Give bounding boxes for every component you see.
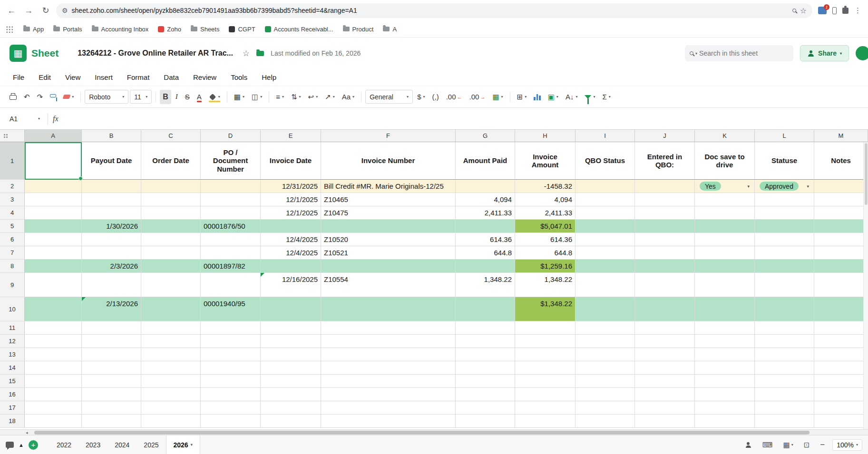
column-header-K[interactable]: K (695, 130, 755, 142)
cell-L1[interactable]: Statuse (755, 142, 814, 180)
add-sheet-button[interactable]: + (29, 440, 38, 450)
bookmark-star-icon[interactable]: ☆ (800, 6, 807, 15)
cell-I16[interactable] (575, 388, 635, 401)
cell-B14[interactable] (82, 361, 141, 374)
zoom-out-icon[interactable]: − (817, 440, 828, 450)
cell-L5[interactable] (755, 220, 814, 232)
row-header-12[interactable]: 12 (0, 335, 25, 348)
fill-color-button[interactable]: ▾ (206, 90, 223, 104)
cell-B6[interactable] (82, 233, 141, 246)
cell-G8[interactable] (456, 260, 515, 272)
cell-K6[interactable] (695, 233, 755, 246)
cell-B16[interactable] (82, 388, 141, 401)
extension-icon[interactable]: 1 (818, 7, 827, 14)
cell-M9[interactable] (814, 273, 868, 297)
cell-D9[interactable] (201, 273, 261, 297)
cell-C11[interactable] (141, 321, 201, 334)
cell-C2[interactable] (141, 180, 201, 193)
cell-F18[interactable] (321, 415, 456, 427)
cell-J10[interactable] (635, 297, 695, 321)
cell-L17[interactable] (755, 401, 814, 414)
cell-E4[interactable]: 12/1/2025 (261, 206, 321, 219)
cell-B2[interactable] (82, 180, 141, 193)
image-button[interactable]: ▣▾ (545, 90, 561, 104)
column-header-H[interactable]: H (515, 130, 575, 142)
cell-D11[interactable] (201, 321, 261, 334)
cell-D3[interactable] (201, 193, 261, 206)
wrap-text-button[interactable]: ↩▾ (305, 90, 321, 104)
cell-H6[interactable]: 614.36 (515, 233, 575, 246)
sheet-tab-2025[interactable]: 2025 (137, 435, 166, 454)
zoom-select[interactable]: 100% ▾ (832, 439, 862, 451)
cell-K15[interactable] (695, 375, 755, 387)
menu-file[interactable]: File (7, 71, 30, 84)
cell-D16[interactable] (201, 388, 261, 401)
menu-review[interactable]: Review (187, 71, 223, 84)
zoho-sheet-logo-icon[interactable]: ▦ (10, 45, 27, 62)
cell-C15[interactable] (141, 375, 201, 387)
cell-G17[interactable] (456, 401, 515, 414)
reload-icon[interactable]: ↻ (39, 4, 52, 17)
cell-A18[interactable] (25, 415, 82, 427)
cell-D7[interactable] (201, 246, 261, 259)
cell-L15[interactable] (755, 375, 814, 387)
cell-G11[interactable] (456, 321, 515, 334)
menu-format[interactable]: Format (121, 71, 156, 84)
dropdown-chip[interactable]: Yes (700, 182, 721, 191)
cell-I2[interactable] (575, 180, 635, 193)
cell-L8[interactable] (755, 260, 814, 272)
cell-E13[interactable] (261, 348, 321, 361)
cell-G16[interactable] (456, 388, 515, 401)
cell-C3[interactable] (141, 193, 201, 206)
cell-M3[interactable] (814, 193, 868, 206)
cell-K18[interactable] (695, 415, 755, 427)
cell-F9[interactable]: Z10554 (321, 273, 456, 297)
cell-I5[interactable] (575, 220, 635, 232)
dropdown-chip[interactable]: Approved (760, 182, 799, 191)
cell-E1[interactable]: Invoice Date (261, 142, 321, 180)
cell-A16[interactable] (25, 388, 82, 401)
cell-M11[interactable] (814, 321, 868, 334)
cell-A5[interactable] (25, 220, 82, 232)
cell-J7[interactable] (635, 246, 695, 259)
sum-button[interactable]: Σ▾ (599, 90, 613, 104)
select-all-corner[interactable] (0, 130, 25, 142)
cell-I17[interactable] (575, 401, 635, 414)
cell-L18[interactable] (755, 415, 814, 427)
cell-C16[interactable] (141, 388, 201, 401)
cell-E6[interactable]: 12/4/2025 (261, 233, 321, 246)
site-settings-icon[interactable]: ⚙ (62, 7, 68, 14)
cell-H7[interactable]: 644.8 (515, 246, 575, 259)
text-rotation-button[interactable]: ↗▾ (322, 90, 338, 104)
vertical-scrollbar-thumb[interactable] (865, 143, 868, 205)
cell-F2[interactable]: Bill Credit #MR. Marie Originals-12/25 (321, 180, 456, 193)
cell-D18[interactable] (201, 415, 261, 427)
row-header-2[interactable]: 2 (0, 180, 25, 193)
cell-I1[interactable]: QBO Status (575, 142, 635, 180)
cell-I3[interactable] (575, 193, 635, 206)
vertical-scrollbar[interactable] (863, 142, 868, 429)
cell-M2[interactable] (814, 180, 868, 193)
cell-L14[interactable] (755, 361, 814, 374)
cell-M1[interactable]: Notes (814, 142, 868, 180)
back-icon[interactable]: ← (5, 4, 18, 17)
cell-A4[interactable] (25, 206, 82, 219)
horizontal-align-button[interactable]: ≡▾ (273, 90, 287, 104)
cell-F17[interactable] (321, 401, 456, 414)
formula-input[interactable] (63, 108, 861, 129)
cell-L2[interactable]: Approved▾ (755, 180, 814, 193)
cell-L3[interactable] (755, 193, 814, 206)
row-header-16[interactable]: 16 (0, 388, 25, 401)
cell-A8[interactable] (25, 260, 82, 272)
cell-E2[interactable]: 12/31/2025 (261, 180, 321, 193)
cell-A14[interactable] (25, 361, 82, 374)
format-painter-button[interactable] (47, 90, 59, 104)
menu-view[interactable]: View (59, 71, 87, 84)
cell-B3[interactable] (82, 193, 141, 206)
cell-L4[interactable] (755, 206, 814, 219)
cell-I8[interactable] (575, 260, 635, 272)
cell-B11[interactable] (82, 321, 141, 334)
column-header-B[interactable]: B (82, 130, 141, 142)
cell-J4[interactable] (635, 206, 695, 219)
column-header-M[interactable]: M (814, 130, 868, 142)
